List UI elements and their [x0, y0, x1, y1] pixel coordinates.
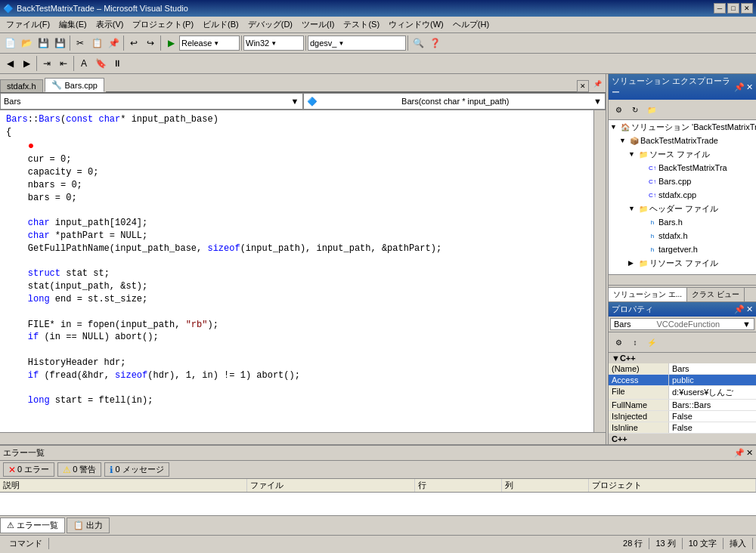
- error-table: 説明 ファイル 行 列 プロジェクト: [0, 479, 756, 515]
- copy-button[interactable]: 📋: [88, 35, 105, 51]
- props-icon-btn[interactable]: ⚡: [643, 334, 660, 351]
- warning-count-button[interactable]: ⚠ 0 警告: [57, 462, 101, 477]
- tab-stdafx[interactable]: stdafx.h: [0, 79, 43, 92]
- vertical-scrollbar[interactable]: [593, 110, 606, 432]
- undo-button[interactable]: ↩: [125, 35, 142, 51]
- pin-error-icon[interactable]: 📌: [734, 448, 745, 458]
- class-dd-arrow-icon: ▼: [291, 97, 299, 106]
- resource-expand-icon[interactable]: ▶: [628, 259, 637, 267]
- col-col: 列: [502, 479, 589, 492]
- refresh-icon[interactable]: ↻: [627, 101, 643, 118]
- bookmark-button[interactable]: 🔖: [92, 55, 109, 72]
- menu-tools[interactable]: ツール(I): [297, 17, 339, 32]
- menu-help[interactable]: ヘルプ(H): [448, 17, 494, 32]
- format2-button[interactable]: ⇤: [55, 55, 72, 72]
- prop-access-label: Access: [609, 375, 669, 385]
- prop-file-value: d:¥users¥しんご: [669, 386, 756, 399]
- file-targetver-h[interactable]: h targetver.h: [609, 243, 756, 256]
- menu-edit[interactable]: 編集(E): [54, 17, 91, 32]
- breakpoint-button[interactable]: ⏸: [109, 55, 125, 72]
- navigate-back-button[interactable]: ◀: [2, 55, 18, 72]
- code-editor[interactable]: Bars::Bars(const char* input_path_base) …: [0, 110, 606, 432]
- status-bar: コマンド 28 行 13 列 10 文字 挿入: [0, 535, 756, 551]
- menu-file[interactable]: ファイル(F): [2, 17, 54, 32]
- solution-expand-icon[interactable]: ▼: [610, 123, 619, 131]
- menu-test[interactable]: テスト(S): [339, 17, 384, 32]
- solution-node[interactable]: ▼ 🏠 ソリューション 'BackTestMatrixTr: [609, 120, 756, 134]
- error-count-button[interactable]: ✕ 0 エラー: [3, 462, 54, 477]
- horizontal-scrollbar[interactable]: [0, 432, 606, 444]
- file-bars-cpp[interactable]: C↑ Bars.cpp: [609, 175, 756, 188]
- tree-scrollbar-h[interactable]: [609, 274, 756, 285]
- props-icon[interactable]: ⚙: [610, 101, 627, 118]
- pin-props-icon[interactable]: 📌: [734, 304, 745, 314]
- project-expand-icon[interactable]: ▼: [619, 137, 628, 144]
- paste-button[interactable]: 📌: [105, 35, 122, 51]
- comment-button[interactable]: A: [76, 55, 92, 72]
- header-expand-icon[interactable]: ▼: [628, 205, 637, 212]
- file-stdafx-cpp[interactable]: C↑ stdafx.cpp: [609, 188, 756, 202]
- source-folder-node[interactable]: ▼ 📁 ソース ファイル: [609, 147, 756, 161]
- close-button[interactable]: ✕: [741, 3, 753, 14]
- cpp-file-icon-1: C↑: [646, 162, 658, 174]
- project-node[interactable]: ▼ 📦 BackTestMatrixTrade: [609, 134, 756, 147]
- menu-debug[interactable]: デバッグ(D): [243, 17, 297, 32]
- open-button[interactable]: 📂: [18, 35, 35, 51]
- method-icon: 🔷: [307, 97, 318, 107]
- resource-folder-node[interactable]: ▶ 📁 リソース ファイル: [609, 256, 756, 270]
- tab-class-view[interactable]: クラス ビュー: [687, 288, 745, 301]
- maximize-button[interactable]: □: [727, 3, 739, 14]
- configuration-dropdown[interactable]: Release ▼: [179, 36, 240, 51]
- output-tab[interactable]: 📋 出力: [67, 517, 110, 533]
- h-file-icon-1: h: [646, 216, 658, 228]
- show-all-icon[interactable]: 📁: [643, 101, 660, 118]
- method-dropdown[interactable]: 🔷 Bars(const char * input_path) ▼: [303, 93, 606, 110]
- method-dd-arrow-icon: ▼: [593, 97, 602, 106]
- file-label-stdafx-h: stdafx.h: [658, 231, 688, 240]
- save-button[interactable]: 💾: [35, 35, 51, 51]
- sort2-icon[interactable]: ↕: [627, 334, 643, 351]
- menu-window[interactable]: ウィンドウ(W): [384, 17, 448, 32]
- main-layout: stdafx.h 🔧 Bars.cpp ✕ 📌 Bars ▼ 🔷 Bars(co…: [0, 74, 756, 444]
- solution-tree: ▼ 🏠 ソリューション 'BackTestMatrixTr ▼ 📦 BackTe…: [609, 120, 756, 274]
- error-list-tab-label: エラー一覧: [17, 520, 58, 531]
- tab-bars-cpp[interactable]: 🔧 Bars.cpp: [45, 78, 104, 92]
- target-dropdown[interactable]: dgesv_ ▼: [308, 36, 406, 51]
- prop-injected-label: IsInjected: [609, 411, 669, 422]
- error-list-tab[interactable]: ⚠ エラー一覧: [0, 517, 65, 533]
- new-file-button[interactable]: 📄: [2, 35, 18, 51]
- close-tab-icon[interactable]: ✕: [577, 80, 589, 92]
- find-button[interactable]: 🔍: [410, 35, 426, 51]
- close-sidebar-icon[interactable]: ✕: [746, 82, 753, 92]
- navigate-forward-button[interactable]: ▶: [18, 55, 35, 72]
- platform-arrow-icon: ▼: [271, 40, 277, 47]
- message-count-button[interactable]: ℹ 0 メッセージ: [104, 462, 169, 477]
- file-label-stdafx-cpp: stdafx.cpp: [658, 190, 696, 199]
- tab-solution-explorer[interactable]: ソリューション エ...: [609, 288, 687, 301]
- close-error-icon[interactable]: ✕: [746, 448, 753, 458]
- cut-button[interactable]: ✂: [72, 35, 88, 51]
- redo-button[interactable]: ↪: [142, 35, 159, 51]
- menu-project[interactable]: プロジェクト(P): [128, 17, 198, 32]
- pin-sidebar-icon[interactable]: 📌: [734, 82, 745, 92]
- minimize-button[interactable]: ─: [714, 3, 726, 14]
- object-dropdown[interactable]: Bars VCCodeFunction ▼: [610, 318, 754, 330]
- class-dropdown[interactable]: Bars ▼: [0, 93, 303, 110]
- sort-icon[interactable]: ⚙: [610, 334, 627, 351]
- menu-view[interactable]: 表示(V): [91, 17, 129, 32]
- file-bars-h[interactable]: h Bars.h: [609, 215, 756, 229]
- pin-icon[interactable]: 📌: [589, 76, 606, 92]
- close-props-icon[interactable]: ✕: [746, 304, 753, 314]
- format-button[interactable]: ⇥: [39, 55, 55, 72]
- start-debug-button[interactable]: ▶: [163, 35, 179, 51]
- help-button[interactable]: ❓: [426, 35, 443, 51]
- save-all-button[interactable]: 💾: [51, 35, 68, 51]
- file-backtestmatrix[interactable]: C↑ BackTestMatrixTra: [609, 161, 756, 175]
- source-expand-icon[interactable]: ▼: [628, 150, 637, 158]
- header-folder-node[interactable]: ▼ 📁 ヘッダー ファイル: [609, 202, 756, 215]
- file-stdafx-h[interactable]: h stdafx.h: [609, 229, 756, 243]
- platform-dropdown[interactable]: Win32 ▼: [243, 36, 304, 51]
- code-content[interactable]: Bars::Bars(const char* input_path_base) …: [0, 110, 593, 432]
- menu-build[interactable]: ビルド(B): [198, 17, 243, 32]
- object-name: Bars: [614, 320, 631, 329]
